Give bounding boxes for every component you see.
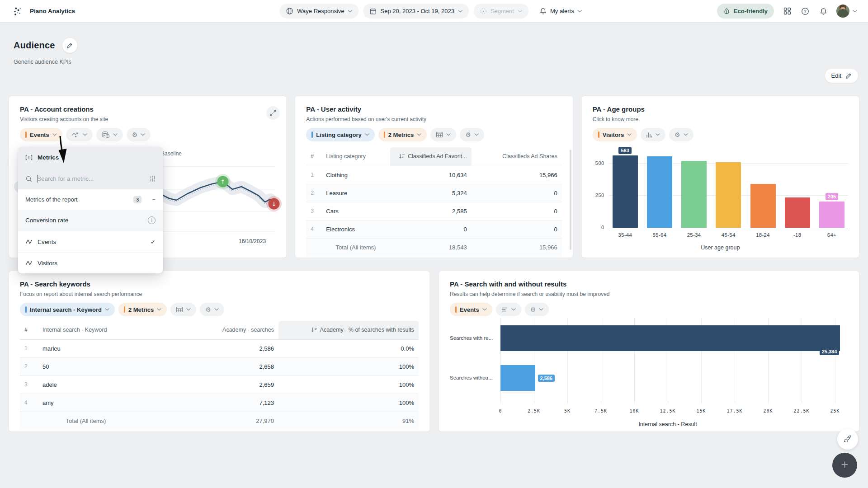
my-alerts-menu[interactable]: My alerts	[533, 4, 589, 19]
chevron-down-icon	[52, 133, 57, 136]
table-cell: adele	[38, 375, 134, 394]
metric-search-input[interactable]	[37, 175, 145, 182]
table-row[interactable]: 1marleu2,5860.0%	[20, 339, 419, 357]
chevron-down-icon	[113, 133, 118, 136]
card-subtitle: Actions performed based on user's curren…	[306, 116, 561, 122]
bar-45-54[interactable]	[716, 162, 741, 228]
card-subtitle: Click to know more	[593, 116, 848, 122]
column-header[interactable]: #	[306, 147, 321, 166]
metrics-dropdown: Metrics Metrics of the report 3 − Conver…	[18, 147, 163, 273]
age-groups-plot: 0250500563205	[609, 152, 848, 228]
date-range-picker[interactable]: Sep 20, 2023 - Oct 19, 2023	[363, 4, 469, 19]
x-axis-tick: 64+	[819, 232, 844, 238]
add-widget-button[interactable]: +	[832, 453, 857, 478]
segment-selector[interactable]: Segment	[473, 4, 528, 19]
comparison-chip[interactable]	[66, 128, 93, 141]
gear-icon: ⚙	[530, 306, 536, 313]
column-header[interactable]: Listing category	[321, 147, 390, 166]
metric-color-bar	[598, 131, 599, 138]
table-cell: 100%	[278, 394, 419, 412]
sort-descending-icon	[399, 154, 405, 159]
table-row[interactable]: 1Clothing10,63415,966	[306, 166, 561, 184]
user-menu[interactable]	[836, 5, 857, 18]
chevron-down-icon	[83, 133, 87, 136]
metric-line-icon	[25, 260, 33, 266]
chevron-down-icon	[474, 133, 479, 136]
table-row[interactable]: 2502,658100%	[20, 357, 419, 375]
table-scrollbar[interactable]	[570, 150, 571, 250]
settings-chip[interactable]: ⚙	[525, 303, 549, 316]
column-header[interactable]: Academy - % of searches with results	[278, 321, 419, 339]
marker-down-icon[interactable]: ↓	[266, 196, 282, 211]
metric-option-events[interactable]: Events ✓	[18, 231, 163, 252]
bar-Searches withou...[interactable]: 2,586	[500, 365, 535, 391]
bar-25-34[interactable]	[681, 161, 707, 228]
edit-dashboard-button[interactable]: Edit	[825, 69, 858, 83]
table-row[interactable]: 4amy7,123100%	[20, 394, 419, 412]
visualization-chip[interactable]	[641, 128, 665, 141]
table-row[interactable]: 3Cars2,5850	[306, 202, 561, 220]
advanced-filters-icon[interactable]	[150, 176, 156, 182]
column-header[interactable]: Classifieds Ad Favorit...	[390, 147, 472, 166]
bar-35-44[interactable]	[613, 155, 638, 228]
metric-chip-label: Visitors	[603, 131, 624, 138]
dimension-chip-listing-category[interactable]: Listing category	[306, 128, 374, 141]
metric-chip-events[interactable]: Events	[450, 303, 492, 316]
card-title: PA - User activity	[306, 105, 561, 113]
table-cell: 100%	[278, 375, 419, 394]
table-cell: Cars	[321, 202, 390, 220]
dimension-chip-internal-search-keyword[interactable]: Internal search - Keyword	[20, 303, 115, 316]
metric-option-conversion-rate[interactable]: Conversion rate i	[18, 210, 163, 231]
bar--18[interactable]	[785, 197, 810, 228]
metrics-chip[interactable]: 2 Metrics	[378, 128, 427, 141]
column-header[interactable]: Internal search - Keyword	[38, 321, 134, 339]
apps-grid-button[interactable]	[782, 6, 792, 16]
bar-18-24[interactable]	[750, 184, 776, 228]
bar-64+[interactable]	[819, 202, 844, 228]
visualization-chip[interactable]	[430, 128, 456, 141]
page-head: Audience Generic audience KPIs	[14, 38, 77, 65]
pencil-icon	[66, 42, 73, 49]
table-row[interactable]: 2Leasure5,3240	[306, 184, 561, 202]
visualization-chip[interactable]	[496, 303, 521, 316]
column-header[interactable]: Academy - searches	[134, 321, 278, 339]
help-button[interactable]: ?	[800, 6, 810, 16]
table-row[interactable]: 4Electronics00	[306, 220, 561, 238]
metric-option-label: Visitors	[38, 260, 57, 267]
quick-actions-button[interactable]	[837, 429, 858, 450]
metrics-chip[interactable]: 2 Metrics	[118, 303, 167, 316]
bar-55-64[interactable]	[647, 156, 672, 228]
bar-Searches with re...[interactable]: 25,384	[500, 325, 840, 351]
collapse-section-icon[interactable]: −	[152, 196, 156, 203]
notifications-button[interactable]	[818, 6, 828, 16]
column-header[interactable]: Classifieds Ad Shares	[472, 147, 562, 166]
visualization-chip[interactable]	[170, 303, 196, 316]
x-axis-tick: 20K	[763, 408, 773, 413]
card-user-activity: PA - User activity Actions performed bas…	[295, 96, 572, 258]
table-cell: Clothing	[321, 166, 390, 184]
settings-chip[interactable]: ⚙	[127, 128, 151, 141]
metric-option-visitors[interactable]: Visitors	[18, 252, 163, 273]
settings-chip[interactable]: ⚙	[460, 128, 484, 141]
marker-up-icon[interactable]: ↑	[215, 174, 231, 189]
card-search-keywords: PA - Search keywords Focus on report abo…	[9, 271, 429, 432]
data-table: #Internal search - KeywordAcademy - sear…	[20, 321, 419, 430]
info-icon[interactable]: i	[148, 216, 156, 224]
table-row[interactable]: 3adele2,659100%	[20, 375, 419, 394]
eco-friendly-badge[interactable]: Eco-friendly	[717, 4, 774, 19]
metric-chip-visitors[interactable]: Visitors	[593, 128, 637, 141]
workspace-selector[interactable]: Waye Responsive	[279, 4, 359, 19]
rename-dashboard-button[interactable]	[62, 38, 77, 53]
dropdown-section-metrics-of-report: Metrics of the report 3 −	[18, 189, 163, 210]
column-header[interactable]: #	[20, 321, 38, 339]
metric-chip-events[interactable]: Events	[20, 128, 62, 141]
segment-label: Segment	[491, 8, 514, 14]
search-results-plot: 25,384Searches with re...2,586Searches w…	[500, 318, 848, 403]
period-comparison-chip[interactable]	[96, 128, 123, 141]
settings-chip[interactable]: ⚙	[200, 303, 224, 316]
card-account-creations: PA - Account creations Visitors creating…	[9, 96, 286, 258]
chevron-down-icon	[482, 308, 487, 311]
bar-value-badge: 205	[826, 193, 838, 200]
metric-color-bar	[25, 131, 27, 138]
settings-chip[interactable]: ⚙	[669, 128, 693, 141]
